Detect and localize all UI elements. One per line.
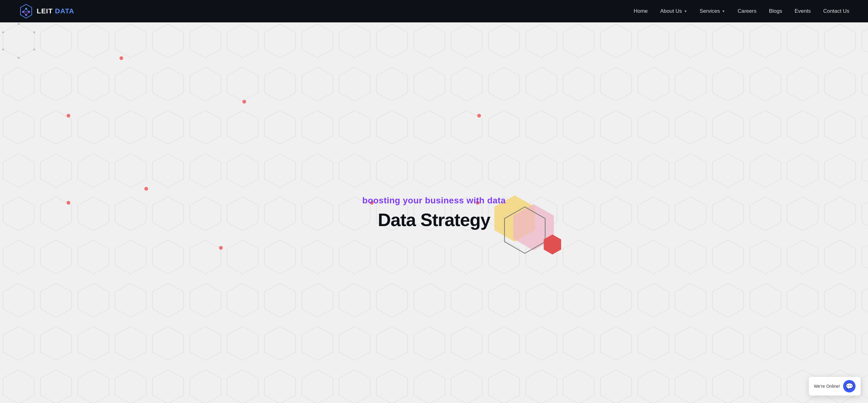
nav-item-home[interactable]: Home — [634, 8, 648, 14]
svg-marker-0 — [21, 4, 32, 18]
logo-text: LEIT DATA — [37, 7, 74, 15]
nav-item-contact[interactable]: Contact Us — [823, 8, 849, 14]
svg-point-14 — [242, 100, 246, 104]
svg-point-27 — [2, 31, 4, 33]
svg-point-24 — [33, 48, 35, 51]
chat-widget: We're Online! 💬 — [809, 377, 861, 396]
svg-line-7 — [23, 12, 26, 15]
svg-point-23 — [33, 31, 35, 33]
nav-item-events[interactable]: Events — [795, 8, 811, 14]
chat-button[interactable]: 💬 — [843, 380, 856, 393]
svg-point-13 — [120, 56, 123, 60]
navbar: LEIT DATA Home About Us ▼ Services ▼ Car… — [0, 0, 868, 22]
nav-item-about[interactable]: About Us ▼ — [660, 8, 687, 14]
svg-point-25 — [18, 57, 20, 59]
logo[interactable]: LEIT DATA — [19, 4, 74, 19]
svg-line-5 — [23, 9, 26, 12]
logo-icon — [19, 4, 34, 19]
nav-menu: Home About Us ▼ Services ▼ Careers Blogs… — [634, 8, 849, 14]
nav-item-services[interactable]: Services ▼ — [700, 8, 725, 14]
svg-point-22 — [18, 23, 20, 25]
svg-marker-29 — [513, 204, 554, 250]
svg-marker-30 — [505, 207, 546, 253]
chevron-down-icon: ▼ — [684, 9, 687, 13]
svg-point-21 — [477, 114, 481, 117]
chat-label: We're Online! — [814, 384, 840, 389]
hero-title: Data Strategy — [363, 209, 506, 230]
chevron-down-icon: ▼ — [722, 9, 725, 13]
hero-content: boosting your business with data Data St… — [363, 196, 506, 230]
svg-line-6 — [26, 9, 29, 12]
hero-section: boosting your business with data Data St… — [0, 22, 868, 403]
hero-subtitle: boosting your business with data — [363, 196, 506, 206]
svg-point-26 — [2, 48, 4, 51]
svg-point-20 — [219, 246, 223, 250]
svg-point-15 — [67, 114, 70, 117]
svg-point-18 — [144, 187, 148, 191]
svg-point-17 — [67, 201, 70, 205]
nav-item-blogs[interactable]: Blogs — [769, 8, 782, 14]
nav-item-careers[interactable]: Careers — [738, 8, 756, 14]
svg-line-8 — [26, 12, 29, 15]
svg-marker-31 — [544, 234, 561, 255]
